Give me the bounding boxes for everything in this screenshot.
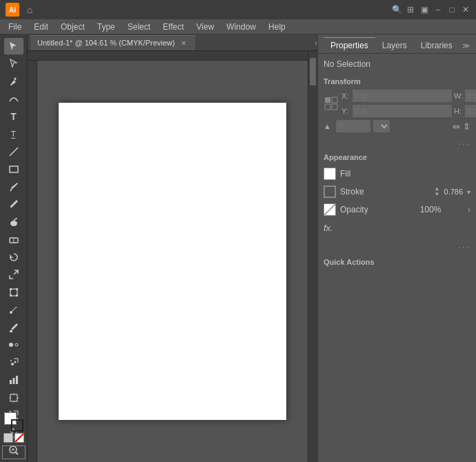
search-button[interactable]: 🔍	[392, 5, 401, 14]
fx-label[interactable]: fx.	[324, 223, 333, 233]
svg-rect-21	[10, 394, 17, 401]
transform-dots[interactable]: ···	[324, 138, 470, 149]
flip-vertical-icon[interactable]: ⇕	[463, 121, 470, 132]
menu-select[interactable]: Select	[122, 21, 156, 33]
home-icon[interactable]: ⌂	[23, 3, 36, 16]
curvature-tool[interactable]	[4, 91, 23, 108]
content-area: Untitled-1* @ 104.61 % (CMYK/Preview) ✕ …	[28, 34, 317, 462]
tab-libraries[interactable]: Libraries	[414, 37, 459, 53]
opacity-value: 100%	[420, 205, 464, 214]
stroke-swatch[interactable]	[324, 185, 336, 198]
symbol-sprayer-tool[interactable]	[4, 354, 23, 371]
opacity-row: Opacity 100% ›	[324, 201, 470, 218]
scroll-thumb[interactable]	[310, 58, 316, 86]
menu-type[interactable]: Type	[92, 21, 121, 33]
angle-input[interactable]	[336, 120, 370, 132]
left-toolbar: T T̲	[0, 34, 28, 462]
document-tab[interactable]: Untitled-1* @ 104.61 % (CMYK/Preview) ✕	[30, 35, 195, 50]
line-tool[interactable]	[4, 143, 23, 160]
slash-color[interactable]	[14, 433, 24, 443]
panel-icon[interactable]: ▣	[419, 5, 429, 14]
close-button[interactable]: ✕	[461, 5, 470, 14]
transform-inputs: X: W: Y: H:	[341, 90, 476, 117]
fill-swatch[interactable]	[324, 168, 336, 180]
pencil-tool[interactable]	[4, 197, 23, 213]
type-tool[interactable]: T	[4, 108, 23, 125]
blend-tool[interactable]	[4, 337, 23, 354]
menu-edit[interactable]: Edit	[28, 21, 54, 33]
menu-file[interactable]: File	[3, 21, 27, 33]
graph-tool[interactable]	[4, 372, 23, 389]
stroke-label[interactable]: Stroke	[340, 187, 430, 197]
x-input[interactable]	[353, 90, 452, 102]
maximize-button[interactable]: □	[447, 5, 457, 14]
none-color[interactable]	[3, 433, 13, 443]
paintbrush-tool[interactable]	[4, 179, 23, 195]
panel-expand-button[interactable]: ≫	[462, 41, 470, 53]
ruler-top	[28, 51, 308, 61]
canvas-main	[28, 51, 308, 462]
select-tool[interactable]	[4, 38, 23, 54]
transform-align-icon[interactable]	[324, 90, 339, 117]
title-bar: Ai ⌂ 🔍 ⊞ ▣ – □ ✕	[0, 0, 476, 19]
opacity-swatch[interactable]	[324, 203, 336, 216]
stroke-arrows[interactable]: ▲▼	[435, 186, 440, 197]
menu-window[interactable]: Window	[221, 21, 261, 33]
fill-row: Fill	[324, 165, 470, 182]
toolbar-bottom: ···	[0, 412, 28, 459]
layout-icon[interactable]: ⊞	[406, 5, 415, 14]
scale-tool[interactable]	[4, 267, 23, 283]
menu-effect[interactable]: Effect	[157, 21, 189, 33]
main-layout: T T̲	[0, 34, 476, 462]
ruler-left	[28, 61, 37, 462]
blob-brush-tool[interactable]	[4, 214, 23, 230]
h-label: H:	[454, 107, 464, 115]
toolbar-more-button[interactable]: ···	[2, 445, 26, 459]
svg-point-17	[10, 360, 12, 361]
color-row	[3, 433, 24, 443]
angle-icon: ▲	[324, 122, 333, 130]
menu-help[interactable]: Help	[263, 21, 291, 33]
canvas-viewport[interactable]	[37, 61, 308, 462]
w-field: W:	[454, 90, 476, 103]
opacity-label: Opacity	[340, 205, 368, 214]
vertical-scrollbar[interactable]	[308, 51, 317, 462]
fill-label[interactable]: Fill	[340, 169, 470, 179]
y-input[interactable]	[353, 105, 452, 117]
warp-tool[interactable]	[4, 302, 23, 319]
opacity-arrow[interactable]: ›	[468, 205, 470, 214]
stroke-dropdown-arrow[interactable]: ▾	[467, 188, 470, 196]
eraser-tool[interactable]	[4, 232, 23, 248]
artboard-tool[interactable]	[4, 390, 23, 406]
svg-rect-2	[10, 166, 18, 172]
stroke-color[interactable]	[11, 419, 23, 432]
rotate-tool[interactable]	[4, 249, 23, 265]
svg-point-0	[14, 77, 16, 79]
touch-type-tool[interactable]: T̲	[4, 126, 23, 143]
pen-tool[interactable]	[4, 73, 23, 90]
direct-select-tool[interactable]	[4, 56, 23, 72]
angle-dropdown[interactable]: 0°	[373, 120, 390, 132]
tab-layers[interactable]: Layers	[375, 37, 414, 53]
ai-logo: Ai	[6, 3, 19, 17]
minimize-button[interactable]: –	[433, 5, 443, 14]
menu-object[interactable]: Object	[55, 21, 90, 33]
appearance-dots[interactable]: ···	[324, 241, 470, 252]
svg-rect-7	[10, 288, 12, 290]
canvas-area	[28, 51, 317, 462]
w-input[interactable]	[465, 90, 476, 102]
svg-line-1	[10, 148, 18, 156]
free-transform-tool[interactable]	[4, 284, 23, 301]
y-field: Y:	[341, 105, 452, 118]
rectangle-tool[interactable]	[4, 161, 23, 178]
color-squares[interactable]	[4, 412, 23, 432]
tab-properties[interactable]: Properties	[324, 37, 375, 53]
flip-horizontal-icon[interactable]: ⇔	[453, 121, 460, 132]
eyedropper-tool[interactable]	[4, 319, 23, 336]
h-input[interactable]	[465, 105, 476, 117]
menu-view[interactable]: View	[191, 21, 220, 33]
tab-close-button[interactable]: ✕	[179, 38, 188, 48]
panel-tabs: Properties Layers Libraries ≫	[318, 34, 476, 54]
right-panel: Properties Layers Libraries ≫ No Selecti…	[317, 34, 476, 462]
stroke-value: 0.786	[444, 188, 463, 196]
